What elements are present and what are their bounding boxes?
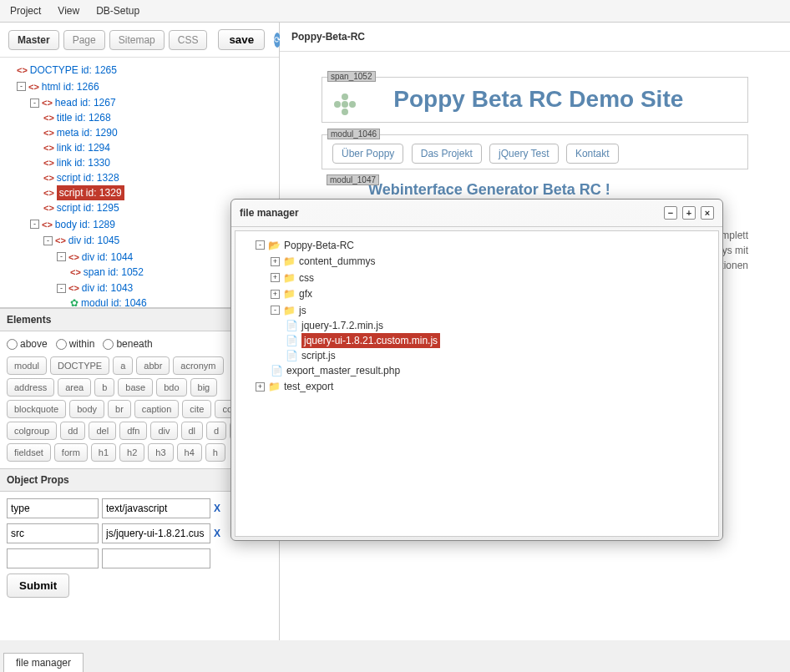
fm-toggle[interactable]: - (271, 306, 280, 315)
fm-item[interactable]: js (299, 303, 306, 318)
tag-dl[interactable]: dl (181, 422, 204, 440)
nav-jquery[interactable]: jQuery Test (489, 144, 558, 164)
tree-node[interactable]: DOCTYPE id: 1265 (30, 63, 117, 78)
radio-beneath[interactable]: beneath (103, 338, 152, 350)
nav-uber[interactable]: Über Poppy (332, 144, 403, 164)
prop-val-2[interactable] (102, 548, 210, 568)
tag-area[interactable]: area (58, 378, 91, 397)
tree-node[interactable]: script id: 1328 (57, 170, 119, 185)
fm-root[interactable]: Poppy-Beta-RC (284, 238, 354, 253)
tag-cite[interactable]: cite (182, 400, 211, 418)
tab-css[interactable]: CSS (169, 30, 208, 50)
menu-project[interactable]: Project (10, 5, 41, 17)
radio-within[interactable]: within (56, 338, 95, 350)
tree-toggle[interactable]: - (57, 284, 66, 293)
tag-caption[interactable]: caption (134, 400, 179, 418)
fm-item[interactable]: jquery-ui-1.8.21.custom.min.js (301, 333, 440, 348)
tag-colgroup[interactable]: colgroup (7, 422, 57, 440)
tree-toggle[interactable]: - (43, 236, 53, 245)
tag-form[interactable]: form (54, 443, 88, 462)
prop-key-0[interactable] (7, 498, 99, 518)
tag-big[interactable]: big (190, 378, 218, 397)
prop-delete[interactable]: X (214, 528, 220, 539)
menu-view[interactable]: View (58, 5, 79, 17)
tree-node[interactable]: span id: 1052 (84, 265, 144, 280)
fm-item[interactable]: test_export (284, 379, 333, 394)
fm-toggle[interactable]: - (256, 240, 265, 250)
tree-toggle[interactable]: - (30, 99, 39, 108)
tree-node[interactable]: title id: 1268 (57, 110, 111, 125)
nav-projekt[interactable]: Das Projekt (412, 144, 482, 164)
fm-item[interactable]: jquery-1.7.2.min.js (301, 318, 383, 333)
tree-node[interactable]: div id: 1043 (82, 280, 133, 296)
tag-address[interactable]: address (7, 378, 54, 397)
fm-toggle[interactable]: + (271, 290, 280, 299)
tree-toggle[interactable]: - (17, 82, 26, 91)
tag-div[interactable]: div (150, 422, 177, 440)
tab-sitemap[interactable]: Sitemap (109, 30, 165, 50)
prop-key-1[interactable] (7, 523, 99, 543)
close-icon[interactable]: × (701, 206, 714, 220)
fm-item[interactable]: export_master_result.php (286, 363, 400, 378)
tree-node[interactable]: link id: 1330 (57, 155, 110, 170)
tag-modul[interactable]: modul (7, 356, 47, 375)
tag-body[interactable]: body (69, 400, 104, 418)
tag-h[interactable]: h (205, 443, 225, 462)
tab-page[interactable]: Page (63, 30, 105, 50)
fm-toggle[interactable]: + (271, 273, 280, 282)
tree-node[interactable]: html id: 1266 (42, 79, 99, 94)
tag-br[interactable]: br (108, 400, 131, 418)
fm-item[interactable]: content_dummys (299, 254, 375, 269)
tree-node[interactable]: script id: 1295 (57, 200, 119, 215)
radio-above[interactable]: above (7, 338, 48, 350)
file-icon: 📄 (286, 318, 298, 333)
tree-node[interactable]: link id: 1294 (57, 140, 110, 155)
prop-delete[interactable]: X (214, 503, 220, 514)
submit-button[interactable]: Submit (7, 573, 69, 598)
tag-h3[interactable]: h3 (148, 443, 173, 462)
tab-master[interactable]: Master (8, 30, 59, 50)
tag-dd[interactable]: dd (60, 422, 85, 440)
menu-dbsetup[interactable]: DB-Setup (96, 5, 139, 17)
file-manager-titlebar[interactable]: file manager − + × (231, 200, 722, 227)
tag-DOCTYPE[interactable]: DOCTYPE (50, 356, 109, 375)
tree-toggle[interactable]: - (57, 252, 66, 261)
tag-h4[interactable]: h4 (177, 443, 202, 462)
tag-acronym[interactable]: acronym (173, 356, 223, 375)
tag-del[interactable]: del (89, 422, 116, 440)
fm-item[interactable]: css (299, 270, 314, 285)
tree-node[interactable]: head id: 1267 (55, 95, 116, 110)
tag-a[interactable]: a (113, 356, 133, 375)
bottom-tab-filemanager[interactable]: file manager (3, 653, 84, 672)
fm-item[interactable]: script.js (301, 348, 336, 363)
tag-blockquote[interactable]: blockquote (7, 400, 66, 418)
tree-node[interactable]: body id: 1289 (55, 217, 115, 232)
tag-dfn[interactable]: dfn (119, 422, 147, 440)
tag-base[interactable]: base (118, 378, 153, 397)
tag-h1[interactable]: h1 (91, 443, 116, 462)
tree-toggle[interactable]: - (30, 220, 39, 229)
fm-item[interactable]: gfx (299, 286, 312, 301)
tree-node[interactable]: meta id: 1290 (57, 125, 118, 140)
tree-node[interactable]: modul id: 1046 (81, 296, 147, 308)
tree-node[interactable]: div id: 1044 (82, 250, 133, 265)
prop-val-0[interactable] (102, 498, 210, 518)
prop-val-1[interactable] (102, 523, 210, 543)
tree-node[interactable]: script id: 1329 (57, 185, 124, 200)
maximize-icon[interactable]: + (682, 206, 696, 220)
tag-d[interactable]: d (206, 422, 226, 440)
tag-h2[interactable]: h2 (119, 443, 144, 462)
tag-b[interactable]: b (94, 378, 114, 397)
file-manager-dialog[interactable]: file manager − + × -📂Poppy-Beta-RC+📁cont… (230, 199, 723, 541)
prop-key-2[interactable] (7, 548, 99, 568)
tag-abbr[interactable]: abbr (136, 356, 170, 375)
fm-toggle[interactable]: + (271, 257, 280, 266)
save-button[interactable]: save (218, 29, 265, 50)
minimize-icon[interactable]: − (664, 206, 677, 220)
file-manager-body[interactable]: -📂Poppy-Beta-RC+📁content_dummys+📁css+📁gf… (235, 230, 719, 537)
tag-fieldset[interactable]: fieldset (7, 443, 51, 462)
tree-node[interactable]: div id: 1045 (68, 233, 119, 248)
fm-toggle[interactable]: + (256, 382, 265, 392)
tag-bdo[interactable]: bdo (156, 378, 186, 397)
nav-kontakt[interactable]: Kontakt (566, 144, 619, 164)
